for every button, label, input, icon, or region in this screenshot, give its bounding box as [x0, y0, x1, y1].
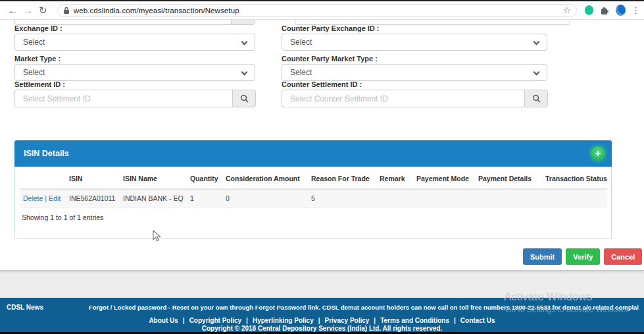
- exchange-id-select-value: Select: [23, 38, 45, 47]
- counter-party-market-type-select[interactable]: Select: [282, 64, 547, 81]
- refresh-button[interactable]: ↻: [36, 5, 51, 15]
- cdsl-news-label: CDSL News: [7, 304, 43, 311]
- news-ticker: Forgot / Locked password - Reset on your…: [89, 304, 639, 311]
- chevron-down-icon: [533, 39, 540, 45]
- cell-isin-name: INDIAN BANK - EQ: [120, 189, 187, 208]
- counter-party-exchange-id-label: Counter Party Exchange ID :: [282, 24, 380, 32]
- chevron-down-icon: [533, 69, 540, 76]
- lock-icon: [63, 7, 70, 14]
- col-transaction-status: Transaction Status: [543, 168, 607, 189]
- back-button[interactable]: ←: [5, 5, 20, 15]
- cell-remark: [377, 189, 414, 208]
- settlement-id-label: Settlement ID :: [14, 80, 65, 88]
- cell-quantity: 1: [187, 189, 223, 208]
- search-icon: [240, 94, 249, 103]
- counter-party-exchange-id-select[interactable]: Select: [282, 34, 547, 51]
- exchange-id-label: Exchange ID :: [14, 24, 62, 32]
- panel-title: ISIN Details: [24, 149, 69, 158]
- isin-details-panel: ISIN Details + ISIN ISIN Name: [14, 140, 612, 238]
- settlement-id-input[interactable]: [14, 90, 232, 107]
- counter-settlement-id-label: Counter Settlement ID :: [282, 80, 362, 88]
- col-isin: ISIN: [66, 168, 120, 189]
- cell-reason-for-trade: 5: [309, 189, 377, 208]
- cancel-button[interactable]: Cancel: [604, 248, 642, 265]
- page-content: Exchange ID : Select Counter Party Excha…: [0, 20, 644, 270]
- link-separator: |: [246, 317, 248, 324]
- browser-window: ← → ↻ web.cdslindia.com/myeasi/transacti…: [0, 0, 644, 334]
- link-separator: |: [374, 317, 376, 324]
- table-row: Delete|Edit INE562A01011 INDIAN BANK - E…: [20, 189, 607, 208]
- footer-link-privacy-policy[interactable]: Privacy Policy: [325, 317, 370, 324]
- footer-link-copyright-policy[interactable]: Copyright Policy: [189, 317, 241, 324]
- delete-link[interactable]: Delete: [23, 194, 43, 202]
- link-separator: |: [183, 317, 185, 324]
- counter-party-market-type-select-value: Select: [290, 68, 312, 77]
- col-quantity: Quantity: [187, 168, 223, 189]
- extensions-puzzle-icon[interactable]: [600, 6, 609, 15]
- url-text: web.cdslindia.com/myeasi/transaction/New…: [74, 7, 239, 14]
- cell-transaction-status: [543, 189, 607, 208]
- site-footer: CDSL News Forgot / Locked password - Res…: [0, 298, 644, 332]
- clipped-search-button[interactable]: [231, 20, 255, 24]
- profile-avatar[interactable]: [616, 5, 626, 16]
- submit-button[interactable]: Submit: [523, 248, 562, 265]
- address-bar[interactable]: web.cdslindia.com/myeasi/transaction/New…: [57, 4, 577, 17]
- col-payement-mode: Payement Mode: [414, 168, 476, 189]
- row-actions: Delete|Edit: [20, 189, 66, 208]
- action-separator: |: [45, 194, 47, 202]
- isin-details-header: ISIN Details +: [14, 140, 612, 167]
- footer-link-terms-and-conditions[interactable]: Terms and Conditions: [380, 317, 449, 324]
- isin-details-body: ISIN ISIN Name Quantity Consideration Am…: [14, 168, 612, 238]
- market-type-select[interactable]: Select: [14, 64, 255, 81]
- col-consideration-amount: Consideration Amount: [223, 168, 309, 189]
- copyright-text: Copyright © 2018 Central Depository Serv…: [0, 325, 644, 332]
- col-isin-name: ISIN Name: [120, 168, 187, 189]
- form-actions: Submit Verify Cancel: [523, 248, 642, 265]
- browser-toolbar: ← → ↻ web.cdslindia.com/myeasi/transacti…: [0, 0, 644, 20]
- market-type-select-value: Select: [23, 68, 45, 77]
- page-bottom-gap: [0, 270, 644, 298]
- chevron-down-icon: [241, 69, 248, 76]
- entries-summary: Showing 1 to 1 of 1 entries: [22, 213, 611, 221]
- edit-link[interactable]: Edit: [49, 194, 61, 202]
- counter-party-market-type-label: Counter Party Market Type :: [282, 55, 378, 63]
- cell-consideration-amount: 0: [223, 189, 309, 208]
- settlement-id-search-button[interactable]: [232, 90, 256, 107]
- footer-link-contact-us[interactable]: Contact Us: [460, 317, 495, 324]
- grammarly-extension-icon[interactable]: [585, 5, 593, 15]
- col-actions: [20, 168, 66, 189]
- col-payment-details: Payment Details: [476, 168, 543, 189]
- exchange-id-select[interactable]: Select: [14, 34, 255, 51]
- col-reason-for-trade: Reason For Trade: [309, 168, 377, 189]
- counter-settlement-id-input[interactable]: [282, 90, 524, 107]
- table-header-row: ISIN ISIN Name Quantity Consideration Am…: [20, 168, 607, 189]
- footer-link-hyperlinking-policy[interactable]: Hyperlinking Policy: [253, 317, 314, 324]
- cell-isin: INE562A01011: [66, 189, 120, 208]
- search-icon: [532, 94, 541, 103]
- verify-button[interactable]: Verify: [566, 248, 600, 265]
- footer-links: About Us|Copyright Policy|Hyperlinking P…: [0, 317, 644, 324]
- bookmark-star-icon[interactable]: ☆: [563, 5, 571, 15]
- chevron-down-icon: [241, 39, 248, 45]
- link-separator: |: [318, 317, 320, 324]
- footer-link-about-us[interactable]: About Us: [149, 317, 178, 324]
- cell-payement-mode: [414, 189, 476, 208]
- counter-party-exchange-id-select-value: Select: [290, 38, 312, 47]
- col-remark: Remark: [377, 168, 414, 189]
- isin-table: ISIN ISIN Name Quantity Consideration Am…: [20, 168, 607, 208]
- link-separator: |: [454, 317, 456, 324]
- counter-settlement-id-search-button[interactable]: [524, 90, 548, 107]
- cell-payment-details: [476, 189, 543, 208]
- browser-menu-icon[interactable]: ⋮: [632, 5, 640, 15]
- add-isin-button[interactable]: +: [591, 146, 605, 161]
- market-type-label: Market Type :: [14, 55, 61, 63]
- forward-button[interactable]: →: [20, 5, 36, 15]
